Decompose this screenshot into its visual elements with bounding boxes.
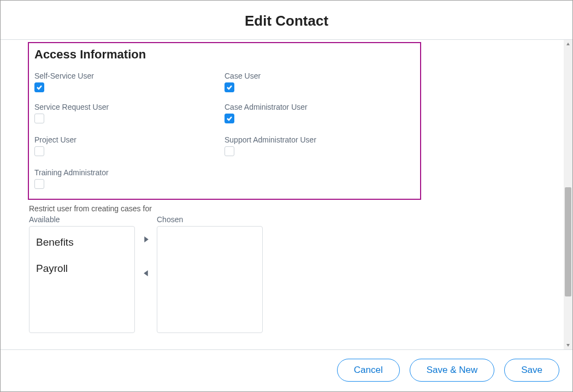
checkbox-label: Support Administrator User [225,135,415,144]
support-admin-user-checkbox[interactable] [225,146,234,156]
save-button[interactable]: Save [504,359,559,382]
case-user-checkbox[interactable] [225,82,234,92]
available-label: Available [29,215,135,224]
check-icon [226,84,233,91]
scroll-down-button[interactable] [564,341,572,349]
case-admin-user-checkbox[interactable] [225,114,234,123]
restrict-label: Restrict user from creating cases for [29,204,556,213]
list-item[interactable]: Benefits [36,232,128,258]
training-admin-field: Training Administrator [34,168,225,191]
dialog-title: Edit Contact [1,13,572,29]
save-and-new-button[interactable]: Save & New [410,359,495,382]
edit-contact-dialog: Edit Contact Access Information Self-Ser… [0,0,573,392]
svg-marker-3 [566,344,570,347]
check-icon [36,84,43,91]
checkbox-label: Case User [225,72,415,80]
svg-marker-2 [566,43,570,45]
dialog-footer: Cancel Save & New Save [1,349,572,391]
checkbox-grid: Self-Service User Case User Service Re [34,72,415,191]
cancel-button[interactable]: Cancel [337,359,400,382]
chosen-listbox[interactable] [157,226,263,333]
checkbox-label: Self-Service User [34,72,225,80]
scroll-up-button[interactable] [564,40,572,49]
chosen-label: Chosen [157,215,263,224]
checkbox-label: Training Administrator [34,168,225,177]
move-left-button[interactable] [141,269,150,277]
checkbox-label: Project User [34,135,225,144]
chevron-left-icon [143,270,149,277]
move-right-button[interactable] [141,235,150,243]
list-item[interactable]: Payroll [36,258,128,284]
access-information-section: Access Information Self-Service User Cas… [28,42,421,200]
support-admin-user-field: Support Administrator User [225,135,415,158]
svg-marker-0 [144,236,149,242]
dual-listbox: Available Benefits Payroll Chosen [29,215,556,333]
vertical-scrollbar[interactable] [564,40,572,349]
svg-marker-1 [144,270,148,276]
available-listbox[interactable]: Benefits Payroll [29,226,135,333]
dialog-header: Edit Contact [1,1,572,39]
triangle-down-icon [566,343,570,347]
project-user-field: Project User [34,135,225,158]
dialog-body: Access Information Self-Service User Cas… [1,40,572,349]
project-user-checkbox[interactable] [34,146,44,156]
check-icon [226,115,233,122]
checkbox-label: Case Administrator User [225,103,415,111]
triangle-up-icon [566,42,570,46]
transfer-arrows [141,215,150,277]
checkbox-label: Service Request User [34,103,225,111]
training-admin-checkbox[interactable] [34,179,44,189]
section-title: Access Information [34,47,415,62]
chevron-right-icon [143,236,149,243]
case-user-field: Case User [225,72,415,93]
chosen-column: Chosen [157,215,263,333]
case-admin-user-field: Case Administrator User [225,103,415,126]
self-service-user-field: Self-Service User [34,72,225,93]
service-request-user-checkbox[interactable] [34,114,44,123]
available-column: Available Benefits Payroll [29,215,135,333]
service-request-user-field: Service Request User [34,103,225,126]
self-service-user-checkbox[interactable] [34,82,44,92]
scrollbar-thumb[interactable] [565,187,571,296]
